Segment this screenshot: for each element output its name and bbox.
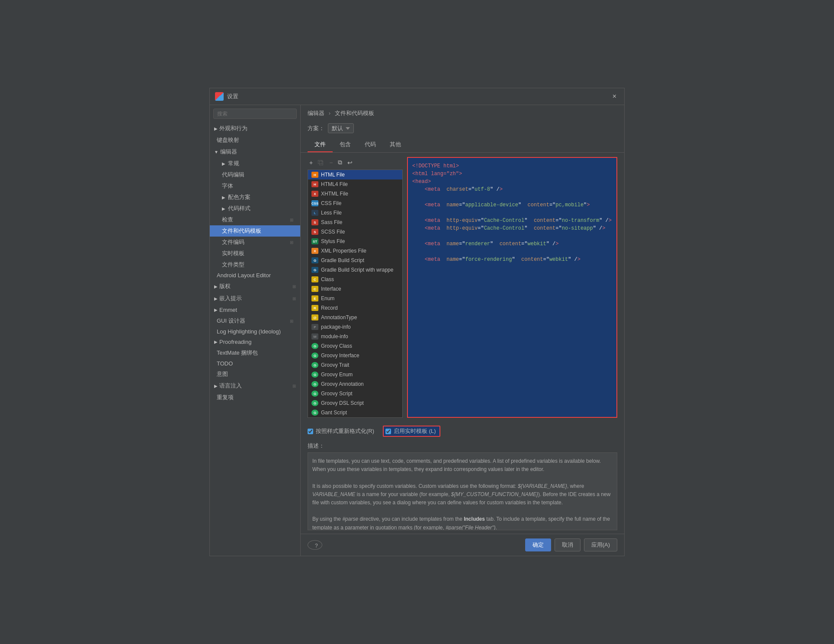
sidebar-item-inspections[interactable]: 检查 ⊞ <box>210 214 300 225</box>
remove-button[interactable]: − <box>327 158 334 167</box>
code-line: <meta http-equiv="Cache-Control" content… <box>412 224 612 232</box>
reset-button[interactable]: ↩ <box>346 158 354 167</box>
sidebar-item-appearance[interactable]: ▶ 外观和行为 <box>210 122 300 135</box>
code-line <box>412 232 612 240</box>
file-icon: G <box>311 410 318 416</box>
sidebar-item-proofreading[interactable]: ▶ Proofreading <box>210 336 300 347</box>
sidebar-item-lang-inject[interactable]: ▶ 语言注入 ⊞ <box>210 380 300 392</box>
sidebar-item-label: TextMate 捆绑包 <box>217 349 258 357</box>
sidebar-item-label: 外观和行为 <box>219 125 247 132</box>
file-item-xhtml-file[interactable]: XXHTML File <box>308 189 402 199</box>
file-item-enum[interactable]: EEnum <box>308 294 402 303</box>
sidebar-item-android-layout[interactable]: Android Layout Editor <box>210 270 300 280</box>
sidebar-item-textmate[interactable]: TextMate 捆绑包 <box>210 347 300 359</box>
file-item-record[interactable]: RRecord <box>308 303 402 313</box>
file-item-groovy-enum[interactable]: GGroovy Enum <box>308 370 402 379</box>
sidebar-item-editor[interactable]: ▼ 编辑器 <box>210 146 300 158</box>
sidebar-item-code-editing[interactable]: 代码编辑 <box>210 169 300 180</box>
sidebar-item-file-encoding[interactable]: 文件编码 ⊞ <box>210 237 300 248</box>
sidebar-item-color-scheme[interactable]: ▶ 配色方案 <box>210 192 300 203</box>
sidebar-item-label: 键盘映射 <box>217 136 239 144</box>
file-item-html4-file[interactable]: HHTML4 File <box>308 179 402 189</box>
file-item-css-file[interactable]: CSSCSS File <box>308 199 402 208</box>
code-line: <meta name="renderer" content="webkit" /… <box>412 240 612 248</box>
sidebar-item-embed-hint[interactable]: ▶ 嵌入提示 ⊞ <box>210 292 300 304</box>
live-template-checkbox-label[interactable]: 启用实时模板 (L) <box>383 426 440 437</box>
sidebar-item-restore[interactable]: 重复项 <box>210 392 300 403</box>
help-button[interactable]: ? <box>308 540 322 550</box>
copy-button[interactable]: ⿻ <box>316 158 326 167</box>
file-item-label: package-info <box>321 324 351 330</box>
file-item-gradle-build[interactable]: GGradle Build Script <box>308 256 402 265</box>
code-editor[interactable]: <!DOCTYPE html><html lang="zh"><head> <m… <box>407 157 617 418</box>
sidebar-item-log-highlighting[interactable]: Log Highlighting (Ideolog) <box>210 327 300 336</box>
file-item-groovy-script[interactable]: GGroovy Script <box>308 389 402 398</box>
file-icon: G <box>311 391 318 397</box>
sidebar-item-label: Android Layout Editor <box>217 272 271 279</box>
file-item-class[interactable]: CClass <box>308 275 402 284</box>
file-item-groovy-interface[interactable]: GGroovy Interface <box>308 351 402 360</box>
file-icon: C <box>311 286 318 292</box>
file-icon: CSS <box>311 200 318 206</box>
tab-code[interactable]: 代码 <box>358 138 383 152</box>
file-icon: @ <box>311 314 318 320</box>
file-item-groovy-dsl[interactable]: GGroovy DSL Script <box>308 398 402 408</box>
file-item-less-file[interactable]: LLess File <box>308 208 402 218</box>
file-item-label: Sass File <box>321 219 342 225</box>
sidebar-item-font[interactable]: 字体 <box>210 180 300 192</box>
file-item-annotation[interactable]: @AnnotationType <box>308 313 402 322</box>
close-button[interactable]: × <box>610 92 619 101</box>
reformat-label: 按照样式重新格式化(R) <box>316 427 374 435</box>
duplicate-button[interactable]: ⧉ <box>336 158 344 167</box>
scheme-select[interactable]: 默认 <box>328 123 354 133</box>
file-item-interface[interactable]: CInterface <box>308 284 402 294</box>
sidebar-item-file-types[interactable]: 文件类型 <box>210 259 300 270</box>
file-item-label: HTML File <box>321 172 345 178</box>
file-item-xml-props[interactable]: XXML Properties File <box>308 246 402 256</box>
sidebar-item-label: 代码编辑 <box>222 171 244 179</box>
sidebar-item-general[interactable]: ▶ 常规 <box>210 158 300 169</box>
cancel-button[interactable]: 取消 <box>555 538 581 551</box>
sidebar-item-gui-designer[interactable]: GUI 设计器 ⊞ <box>210 315 300 327</box>
file-item-groovy-class[interactable]: GGroovy Class <box>308 341 402 351</box>
file-item-package-info[interactable]: Ppackage-info <box>308 322 402 332</box>
add-button[interactable]: + <box>308 158 314 167</box>
ok-button[interactable]: 确定 <box>525 538 551 551</box>
file-item-module-info[interactable]: Mmodule-info <box>308 332 402 341</box>
file-item-gant-script[interactable]: GGant Script <box>308 408 402 417</box>
sidebar-item-code-style[interactable]: ▶ 代码样式 <box>210 203 300 214</box>
sidebar-item-keymap[interactable]: 键盘映射 <box>210 135 300 146</box>
sidebar-item-todo[interactable]: TODO <box>210 359 300 368</box>
search-input[interactable] <box>213 109 297 119</box>
sidebar-item-emmet[interactable]: ▶ Emmet <box>210 304 300 315</box>
tab-files[interactable]: 文件 <box>308 138 333 152</box>
live-template-checkbox[interactable] <box>385 429 391 434</box>
scheme-row: 方案： 默认 <box>301 122 624 138</box>
breadcrumb: 编辑器 › 文件和代码模板 <box>301 105 624 122</box>
title-bar: 设置 × <box>210 88 624 105</box>
file-item-groovy-trait[interactable]: GGroovy Trait <box>308 360 402 370</box>
code-line: <meta charset="utf-8" /> <box>412 186 612 193</box>
file-item-label: Groovy Enum <box>321 372 353 378</box>
reformat-checkbox-label[interactable]: 按照样式重新格式化(R) <box>308 427 374 435</box>
file-icon: P <box>311 324 318 330</box>
apply-button[interactable]: 应用(A) <box>584 538 617 551</box>
file-item-sass-file[interactable]: SSass File <box>308 218 402 227</box>
sidebar-item-copyright[interactable]: ▶ 版权 ⊞ <box>210 280 300 292</box>
file-item-scss-file[interactable]: SSCSS File <box>308 227 402 237</box>
file-item-stylus-file[interactable]: STStylus File <box>308 237 402 246</box>
tab-other[interactable]: 其他 <box>383 138 408 152</box>
reformat-checkbox[interactable] <box>308 429 313 434</box>
code-line <box>412 193 612 201</box>
file-icon: H <box>311 181 318 187</box>
app-icon <box>215 92 224 101</box>
file-item-label: Groovy Interface <box>321 352 359 359</box>
file-item-html-file[interactable]: HHTML File <box>308 170 402 179</box>
sidebar-item-intention[interactable]: 意图 <box>210 368 300 380</box>
file-item-gradle-wrapper[interactable]: GGradle Build Script with wrappe <box>308 265 402 275</box>
description-label: 描述： <box>308 442 617 450</box>
tab-includes[interactable]: 包含 <box>333 138 358 152</box>
sidebar-item-file-templates[interactable]: 文件和代码模板 <box>210 225 300 237</box>
file-item-groovy-annotation[interactable]: GGroovy Annotation <box>308 379 402 389</box>
sidebar-item-live-templates[interactable]: 实时模板 <box>210 248 300 259</box>
